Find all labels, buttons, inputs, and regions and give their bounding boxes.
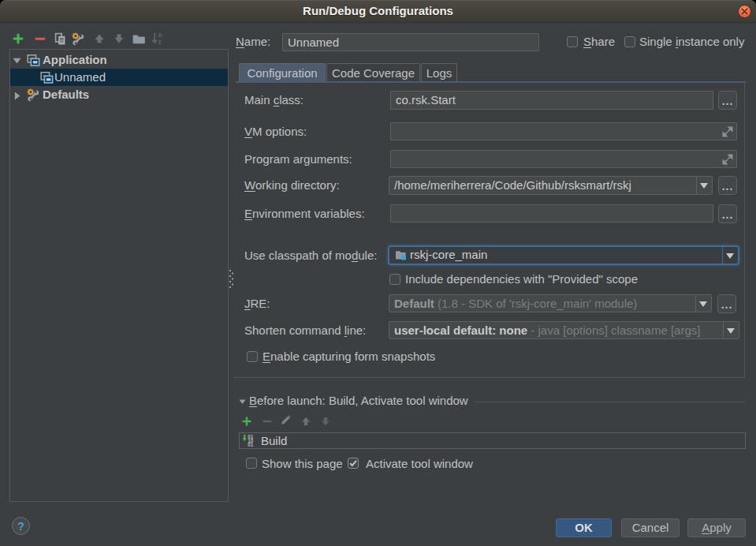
svg-text:z: z <box>158 38 162 46</box>
svg-text:01: 01 <box>248 442 254 447</box>
